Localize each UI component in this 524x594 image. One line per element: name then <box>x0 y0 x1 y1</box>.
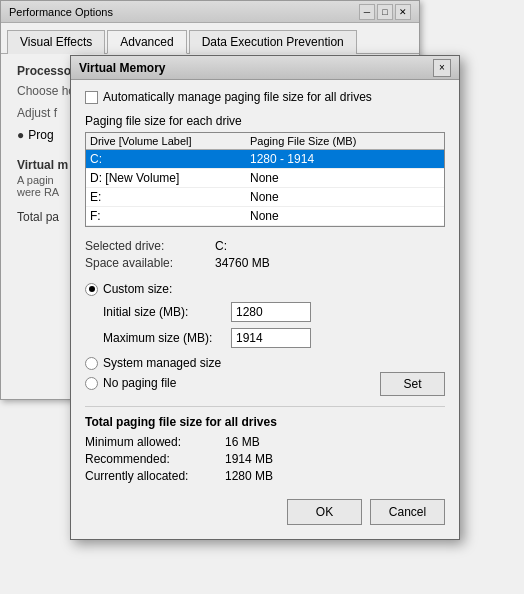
vm-body: Automatically manage paging file size fo… <box>71 80 459 539</box>
perf-titlebar: Performance Options ─ □ ✕ <box>1 1 419 23</box>
drive-f-label: F: <box>90 209 250 223</box>
perf-maximize-btn[interactable]: □ <box>377 4 393 20</box>
drive-f-paging: None <box>250 209 440 223</box>
selected-drive-label: Selected drive: <box>85 239 215 253</box>
paging-section-title: Paging file size for each drive <box>85 114 445 128</box>
vm-dialog-title: Virtual Memory <box>79 61 165 75</box>
vm-titlebar: Virtual Memory × <box>71 56 459 80</box>
recommended-label: Recommended: <box>85 452 225 466</box>
no-paging-radio[interactable] <box>85 377 98 390</box>
system-no-paging-set-row: System managed size No paging file Set <box>85 356 445 396</box>
allocated-value: 1280 MB <box>225 469 445 483</box>
drive-c-label: C: <box>90 152 250 166</box>
vm-close-button[interactable]: × <box>433 59 451 77</box>
perf-close-btn[interactable]: ✕ <box>395 4 411 20</box>
tab-visual-effects[interactable]: Visual Effects <box>7 30 105 54</box>
header-paging: Paging File Size (MB) <box>250 135 440 147</box>
system-managed-label: System managed size <box>103 356 221 370</box>
radio-prog-label: Prog <box>28 128 53 142</box>
ok-button[interactable]: OK <box>287 499 362 525</box>
allocated-label: Currently allocated: <box>85 469 225 483</box>
perf-window-title: Performance Options <box>9 6 113 18</box>
minimum-label: Minimum allowed: <box>85 435 225 449</box>
no-paging-label: No paging file <box>103 376 176 390</box>
drive-d-paging: None <box>250 171 440 185</box>
custom-size-section: Custom size: Initial size (MB): Maximum … <box>85 282 445 348</box>
recommended-value: 1914 MB <box>225 452 445 466</box>
custom-size-radio[interactable] <box>85 283 98 296</box>
drive-e-label: E: <box>90 190 250 204</box>
selected-drive-value: C: <box>215 239 445 253</box>
no-paging-radio-row[interactable]: No paging file <box>85 376 221 390</box>
custom-size-radio-row[interactable]: Custom size: <box>85 282 445 296</box>
auto-manage-row[interactable]: Automatically manage paging file size fo… <box>85 90 445 104</box>
drives-table: Drive [Volume Label] Paging File Size (M… <box>85 132 445 227</box>
drives-table-header: Drive [Volume Label] Paging File Size (M… <box>86 133 444 150</box>
drive-info-grid: Selected drive: C: Space available: 3476… <box>85 239 445 270</box>
minimum-value: 16 MB <box>225 435 445 449</box>
drive-d-label: D: [New Volume] <box>90 171 250 185</box>
maximum-size-row: Maximum size (MB): <box>85 328 445 348</box>
space-available-value: 34760 MB <box>215 256 445 270</box>
dialog-footer: OK Cancel <box>85 493 445 527</box>
total-grid: Minimum allowed: 16 MB Recommended: 1914… <box>85 435 445 483</box>
auto-manage-checkbox[interactable] <box>85 91 98 104</box>
header-drive: Drive [Volume Label] <box>90 135 250 147</box>
initial-size-row: Initial size (MB): <box>85 302 445 322</box>
table-row[interactable]: C: 1280 - 1914 <box>86 150 444 169</box>
maximum-size-label: Maximum size (MB): <box>103 331 223 345</box>
tab-advanced[interactable]: Advanced <box>107 30 186 54</box>
initial-size-input[interactable] <box>231 302 311 322</box>
drive-e-paging: None <box>250 190 440 204</box>
table-row[interactable]: D: [New Volume] None <box>86 169 444 188</box>
radio-dot: ● <box>17 128 24 142</box>
total-paging-section: Total paging file size for all drives Mi… <box>85 406 445 483</box>
cancel-button[interactable]: Cancel <box>370 499 445 525</box>
drive-c-paging: 1280 - 1914 <box>250 152 440 166</box>
perf-minimize-btn[interactable]: ─ <box>359 4 375 20</box>
perf-titlebar-buttons: ─ □ ✕ <box>359 4 411 20</box>
perf-tabs: Visual Effects Advanced Data Execution P… <box>1 23 419 54</box>
total-section-title: Total paging file size for all drives <box>85 415 445 429</box>
custom-size-label: Custom size: <box>103 282 172 296</box>
initial-size-label: Initial size (MB): <box>103 305 223 319</box>
table-row[interactable]: F: None <box>86 207 444 226</box>
table-row[interactable]: E: None <box>86 188 444 207</box>
system-managed-radio[interactable] <box>85 357 98 370</box>
system-no-paging-group: System managed size No paging file <box>85 356 221 396</box>
tab-data-execution[interactable]: Data Execution Prevention <box>189 30 357 54</box>
system-managed-radio-row[interactable]: System managed size <box>85 356 221 370</box>
space-available-label: Space available: <box>85 256 215 270</box>
virtual-memory-dialog: Virtual Memory × Automatically manage pa… <box>70 55 460 540</box>
auto-manage-label: Automatically manage paging file size fo… <box>103 90 372 104</box>
set-button[interactable]: Set <box>380 372 445 396</box>
maximum-size-input[interactable] <box>231 328 311 348</box>
